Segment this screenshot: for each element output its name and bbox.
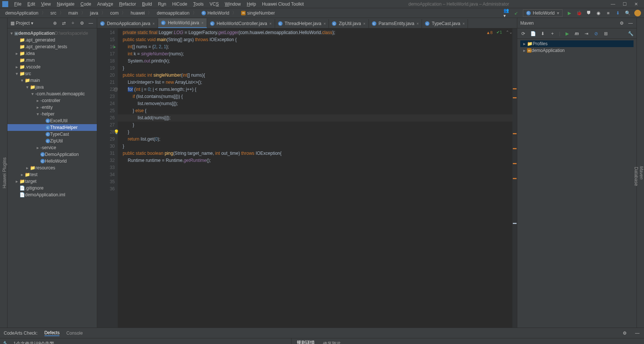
code-editor[interactable]: private static final Logger LOG = Logger…: [118, 28, 512, 328]
menu-hicode[interactable]: HiCode: [169, 1, 190, 7]
tree-com.huawei.demoapplic[interactable]: ▾▫ com.huawei.demoapplic: [7, 90, 97, 97]
project-dropdown[interactable]: ▦ Project ▾: [10, 21, 33, 26]
avatar-icon[interactable]: [634, 10, 641, 16]
menu-code[interactable]: Code: [77, 1, 94, 7]
menu-navigate[interactable]: Navigate: [54, 1, 77, 7]
crumb-HelloWorld[interactable]: C HelloWorld〉: [199, 10, 239, 16]
vcs-update-icon[interactable]: ⬇: [615, 10, 621, 16]
tab-ThreadHelper.java[interactable]: CThreadHelper.java×: [275, 19, 329, 28]
menu-file[interactable]: File: [11, 1, 24, 7]
tree-ZipUtil[interactable]: C ZipUtil: [7, 138, 97, 144]
crumb-demoApplication[interactable]: demoApplication〉: [3, 10, 48, 16]
tree-entity[interactable]: ▸▫ entity: [7, 104, 97, 111]
stop-button[interactable]: ■: [605, 10, 611, 16]
tree-src[interactable]: ▾📁 src: [7, 70, 97, 77]
find-icon[interactable]: 🔍: [625, 10, 631, 16]
run-button[interactable]: ▶: [566, 10, 572, 16]
menu-huawei[interactable]: Huawei Cloud Toolkit: [259, 1, 307, 7]
menu-window[interactable]: Window: [222, 1, 244, 7]
maximize-button[interactable]: ☐: [623, 1, 627, 7]
close-button[interactable]: ✕: [634, 1, 638, 7]
tab-rule-detail[interactable]: 规则详情: [297, 340, 315, 344]
tool-database[interactable]: Database: [634, 167, 639, 186]
menu-edit[interactable]: Edit: [24, 1, 38, 7]
tab-HelloWorldController.java[interactable]: CHelloWorldController.java×: [207, 19, 275, 28]
tree-helper[interactable]: ▾▫ helper: [7, 111, 97, 117]
maven-deps-icon[interactable]: ⊞: [603, 31, 609, 37]
tree-DemoApplication[interactable]: C DemoApplication: [7, 151, 97, 158]
tree-java[interactable]: ▾📁 java: [7, 84, 97, 90]
tree-.vscode[interactable]: ▸📁 .vscode: [7, 64, 97, 70]
maven-skip-icon[interactable]: ⇥: [583, 31, 589, 37]
crumb-singleNumber[interactable]: m singleNumber: [239, 10, 277, 16]
tool-huawei-plugins[interactable]: Huawei Plugins: [2, 157, 7, 188]
tree-.idea[interactable]: ▸📁 .idea: [7, 50, 97, 57]
hide-panel-icon[interactable]: —: [88, 20, 94, 26]
menu-help[interactable]: Help: [244, 1, 259, 7]
tab-fix-preview[interactable]: 修复预览: [323, 341, 341, 344]
crumb-src[interactable]: src〉: [48, 10, 66, 16]
menu-vcs[interactable]: VCS: [207, 1, 222, 7]
users-icon[interactable]: 👥▾: [503, 10, 509, 16]
maven-hide-icon[interactable]: —: [628, 20, 634, 26]
menu-tools[interactable]: Tools: [190, 1, 207, 7]
tree-.mvn[interactable]: 📁 .mvn: [7, 57, 97, 64]
tree-TypeCast[interactable]: C TypeCast: [7, 131, 97, 138]
minimize-button[interactable]: —: [611, 1, 615, 7]
menu-refactor[interactable]: Refactor: [116, 1, 139, 7]
maven-exec-icon[interactable]: m: [574, 31, 580, 37]
maven-add-icon[interactable]: +: [549, 31, 555, 37]
crumb-java[interactable]: java〉: [88, 10, 108, 16]
marker-strip[interactable]: [512, 28, 517, 328]
settings-icon[interactable]: ⚙: [79, 20, 85, 26]
tree-ExcelUtil[interactable]: C ExcelUtil: [7, 117, 97, 124]
crumb-main[interactable]: main〉: [66, 10, 88, 16]
tree-target[interactable]: ▸📁 target: [7, 178, 97, 185]
panel-hide-icon[interactable]: —: [634, 330, 640, 336]
debug-button[interactable]: 🐞: [576, 10, 582, 16]
tree-main[interactable]: ▾📁 main: [7, 77, 97, 84]
tab-TypeCast.java[interactable]: CTypeCast.java×: [422, 19, 468, 28]
maven-profiles-node[interactable]: ▸📁 Profiles: [520, 40, 634, 47]
tree-ThreadHelper[interactable]: C ThreadHelper: [7, 124, 97, 131]
tree-controller[interactable]: ▸▫ controller: [7, 97, 97, 104]
maven-offline-icon[interactable]: ⊘: [593, 31, 599, 37]
tab-ZipUtil.java[interactable]: CZipUtil.java×: [329, 19, 369, 28]
menu-view[interactable]: View: [38, 1, 54, 7]
rerun-icon[interactable]: 🔧: [3, 341, 9, 344]
tab-HelloWorld.java[interactable]: CHelloWorld.java×: [158, 18, 207, 28]
expand-icon[interactable]: ⇄: [61, 20, 67, 26]
maven-wrench-icon[interactable]: 🔧: [628, 31, 634, 37]
menu-analyze[interactable]: Analyze: [94, 1, 116, 7]
tree-test[interactable]: ▸📁 test: [7, 171, 97, 178]
tree-resources[interactable]: ▸📁 resources: [7, 165, 97, 171]
tool-maven[interactable]: Maven: [639, 166, 644, 179]
collapse-icon[interactable]: ÷: [70, 20, 76, 26]
crumb-huawei[interactable]: huawei〉: [128, 10, 154, 16]
tab-DemoApplication.java[interactable]: CDemoApplication.java×: [97, 19, 158, 28]
profile-button[interactable]: ◉: [595, 10, 601, 16]
tree-.apt_generated[interactable]: 📁 .apt_generated: [7, 37, 97, 43]
run-config-selector[interactable]: CHelloWorld▾: [523, 9, 563, 17]
crumb-com[interactable]: com〉: [108, 10, 129, 16]
sync-icon[interactable]: ↙: [513, 10, 519, 16]
line-gutter[interactable]: 141516▸171819202122@232425262728💡2930313…: [97, 28, 118, 328]
tree-.gitignore[interactable]: 📄 .gitignore: [7, 185, 97, 191]
panel-settings-icon[interactable]: ⚙: [622, 330, 628, 336]
menu-run[interactable]: Run: [155, 1, 169, 7]
maven-generate-icon[interactable]: 📄: [530, 31, 536, 37]
coverage-button[interactable]: ⛊: [586, 10, 592, 16]
crumb-demoapplication[interactable]: demoapplication〉: [154, 10, 199, 16]
tree-root[interactable]: ▾▣ demoApplication D:\workspace\de: [7, 30, 97, 37]
tree-.apt_generated_tests[interactable]: 📁 .apt_generated_tests: [7, 43, 97, 50]
maven-app-node[interactable]: ▸m demoApplication: [520, 47, 634, 54]
maven-settings-icon[interactable]: ⚙: [619, 20, 625, 26]
menu-build[interactable]: Build: [139, 1, 155, 7]
tree-HelloWorld[interactable]: C HelloWorld: [7, 158, 97, 165]
tab-console[interactable]: Console: [66, 331, 83, 336]
maven-download-icon[interactable]: ⬇: [540, 31, 546, 37]
tab-defects[interactable]: Defects: [44, 330, 60, 336]
tree-service[interactable]: ▸▫ service: [7, 144, 97, 151]
maven-run-icon[interactable]: ▶: [564, 31, 570, 37]
locate-icon[interactable]: ⊕: [52, 20, 58, 26]
